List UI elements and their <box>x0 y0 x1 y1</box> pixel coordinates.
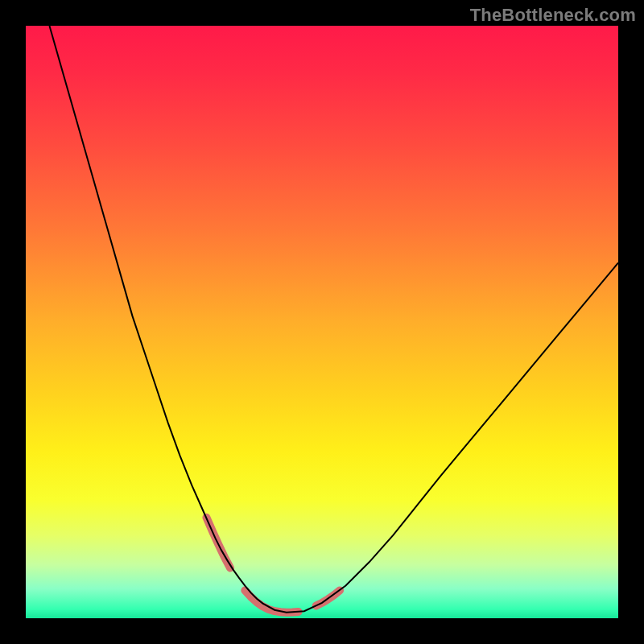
chart-stage: TheBottleneck.com <box>0 0 644 644</box>
curve-layer <box>26 26 618 618</box>
bottleneck-curve <box>49 26 618 613</box>
plot-area <box>26 26 618 618</box>
watermark-label: TheBottleneck.com <box>470 5 636 26</box>
